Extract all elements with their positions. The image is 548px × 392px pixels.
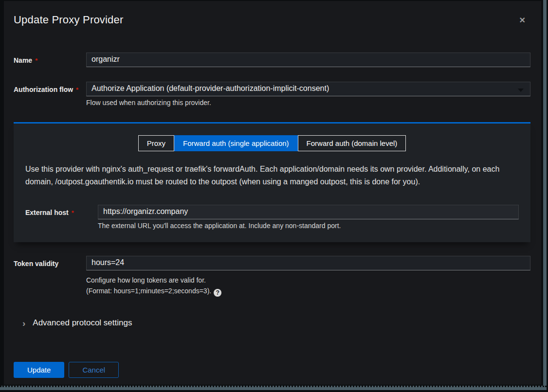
question-circle-icon[interactable]: ? (214, 289, 221, 297)
token-validity-input[interactable] (86, 256, 530, 270)
caret-down-icon (518, 89, 524, 92)
update-button[interactable]: Update (14, 362, 64, 378)
advanced-protocol-settings-label: Advanced protocol settings (33, 318, 132, 328)
token-validity-format-text: (Format: hours=1;minutes=2;seconds=3). (86, 287, 211, 295)
token-validity-help-line2: (Format: hours=1;minutes=2;seconds=3).? (86, 287, 530, 297)
modal-footer: Update Cancel (14, 362, 530, 378)
authorization-flow-help: Flow used when authorizing this provider… (86, 99, 530, 107)
tab-forward-auth-domain-level[interactable]: Forward auth (domain level) (298, 135, 406, 151)
close-icon[interactable]: ✕ (515, 14, 530, 27)
page-title: Update Proxy Provider (14, 14, 124, 26)
update-proxy-provider-modal: Update Proxy Provider ✕ Name* Authorizat… (4, 1, 541, 385)
required-asterisk: * (76, 86, 78, 93)
chevron-right-icon: › (22, 319, 25, 328)
name-row: Name* (14, 53, 530, 67)
window-frame-bottom-edge (0, 386, 547, 390)
token-validity-label-text: Token validity (14, 260, 58, 267)
window-frame-right-edge (543, 0, 547, 390)
cancel-button[interactable]: Cancel (69, 362, 119, 378)
required-asterisk: * (35, 57, 37, 64)
token-validity-help-line1: Configure how long tokens are valid for. (86, 276, 530, 284)
proxy-mode-tab-group: Proxy Forward auth (single application) … (25, 135, 519, 151)
authorization-flow-label-text: Authorization flow (14, 86, 73, 93)
external-host-input[interactable] (98, 205, 519, 219)
tab-forward-auth-single-application[interactable]: Forward auth (single application) (174, 135, 298, 151)
authorization-flow-row: Authorization flow* Authorize Applicatio… (14, 82, 530, 107)
modal-header: Update Proxy Provider ✕ (14, 14, 530, 27)
name-label-text: Name (14, 56, 32, 64)
mode-description: Use this provider with nginx's auth_requ… (25, 163, 519, 188)
authorization-flow-selected-value: Authorize Application (default-provider-… (91, 84, 329, 92)
advanced-protocol-settings-toggle[interactable]: › Advanced protocol settings (14, 318, 530, 328)
external-host-label: External host* (25, 205, 98, 216)
token-validity-row: Token validity (14, 256, 530, 270)
authorization-flow-select[interactable]: Authorize Application (default-provider-… (86, 82, 530, 96)
proxy-mode-card: Proxy Forward auth (single application) … (14, 122, 530, 242)
token-validity-label: Token validity (14, 256, 86, 267)
required-asterisk: * (72, 209, 74, 216)
external-host-label-text: External host (25, 209, 69, 216)
name-label: Name* (14, 53, 86, 64)
external-host-row: External host* The external URL you'll a… (25, 205, 519, 230)
authorization-flow-label: Authorization flow* (14, 82, 86, 93)
tab-proxy[interactable]: Proxy (138, 135, 174, 151)
external-host-help: The external URL you'll access the appli… (98, 222, 519, 230)
name-input[interactable] (86, 53, 530, 67)
token-validity-help: Configure how long tokens are valid for.… (86, 276, 530, 297)
